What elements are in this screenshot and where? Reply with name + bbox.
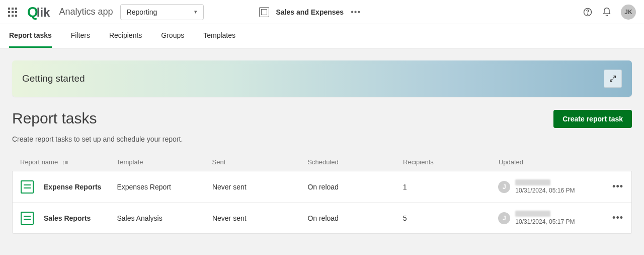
row-scheduled: On reload bbox=[307, 183, 403, 191]
row-actions-menu[interactable]: ••• bbox=[594, 181, 623, 192]
col-scheduled[interactable]: Scheduled bbox=[307, 158, 403, 166]
report-tasks-table: Report name ↑≡ Template Sent Scheduled R… bbox=[12, 153, 632, 234]
row-updated: J 10/31/2024, 05:17 PM bbox=[498, 211, 593, 225]
updated-timestamp: 10/31/2024, 05:16 PM bbox=[515, 187, 575, 194]
row-template: Sales Analysis bbox=[117, 214, 212, 222]
row-scheduled: On reload bbox=[307, 214, 403, 222]
updated-user-redacted bbox=[515, 179, 550, 185]
create-report-task-button[interactable]: Create report task bbox=[553, 110, 632, 128]
page-subtitle: Create report tasks to set up and schedu… bbox=[12, 135, 632, 143]
col-sent[interactable]: Sent bbox=[212, 158, 308, 166]
row-sent: Never sent bbox=[212, 214, 307, 222]
app-name: Analytics app bbox=[59, 7, 113, 17]
topbar: Qlik Analytics app Reporting ▾ Sales and… bbox=[0, 0, 644, 24]
getting-started-banner: Getting started bbox=[12, 60, 632, 97]
row-recipients: 5 bbox=[403, 214, 498, 222]
qlik-logo[interactable]: Qlik bbox=[27, 4, 50, 20]
row-actions-menu[interactable]: ••• bbox=[594, 213, 623, 223]
updated-user-redacted bbox=[515, 211, 550, 217]
user-avatar[interactable]: JK bbox=[621, 5, 636, 20]
sheet-selector[interactable]: Sales and Expenses ••• bbox=[259, 7, 361, 17]
tab-templates[interactable]: Templates bbox=[203, 24, 235, 48]
expand-banner-button[interactable] bbox=[604, 70, 622, 88]
tab-groups[interactable]: Groups bbox=[161, 24, 184, 48]
row-name: Sales Reports bbox=[44, 214, 91, 222]
updated-avatar: J bbox=[498, 212, 510, 224]
updated-timestamp: 10/31/2024, 05:17 PM bbox=[515, 218, 575, 225]
section-dropdown[interactable]: Reporting ▾ bbox=[120, 4, 204, 20]
row-sent: Never sent bbox=[212, 183, 307, 191]
help-icon[interactable] bbox=[583, 7, 593, 17]
table-row[interactable]: Expense Reports Expenses Report Never se… bbox=[13, 171, 631, 203]
tab-recipients[interactable]: Recipients bbox=[109, 24, 142, 48]
sort-icon: ↑≡ bbox=[62, 159, 68, 165]
app-launcher-icon[interactable] bbox=[8, 8, 17, 17]
report-icon bbox=[21, 180, 34, 194]
row-recipients: 1 bbox=[403, 183, 498, 191]
updated-avatar: J bbox=[498, 181, 510, 193]
svg-point-1 bbox=[587, 14, 588, 14]
col-recipients[interactable]: Recipients bbox=[403, 158, 499, 166]
sheet-icon bbox=[259, 7, 269, 17]
row-name: Expense Reports bbox=[44, 183, 101, 191]
col-report-name-label: Report name bbox=[20, 158, 58, 166]
report-icon bbox=[21, 212, 34, 225]
row-template: Expenses Report bbox=[117, 183, 212, 191]
tab-filters[interactable]: Filters bbox=[71, 24, 90, 48]
tab-report-tasks[interactable]: Report tasks bbox=[9, 24, 52, 48]
banner-title: Getting started bbox=[22, 73, 85, 84]
notifications-icon[interactable] bbox=[602, 7, 612, 17]
sheet-name: Sales and Expenses bbox=[276, 8, 344, 16]
section-dropdown-value: Reporting bbox=[127, 8, 157, 16]
sub-tabs: Report tasks Filters Recipients Groups T… bbox=[0, 24, 644, 48]
sheet-more-icon[interactable]: ••• bbox=[351, 8, 361, 17]
col-report-name[interactable]: Report name ↑≡ bbox=[20, 158, 117, 166]
table-row[interactable]: Sales Reports Sales Analysis Never sent … bbox=[13, 203, 631, 233]
page-title: Report tasks bbox=[12, 110, 97, 127]
chevron-down-icon: ▾ bbox=[194, 9, 197, 15]
col-updated[interactable]: Updated bbox=[499, 158, 594, 166]
table-header: Report name ↑≡ Template Sent Scheduled R… bbox=[12, 153, 632, 171]
col-template[interactable]: Template bbox=[117, 158, 212, 166]
row-updated: J 10/31/2024, 05:16 PM bbox=[498, 179, 593, 194]
